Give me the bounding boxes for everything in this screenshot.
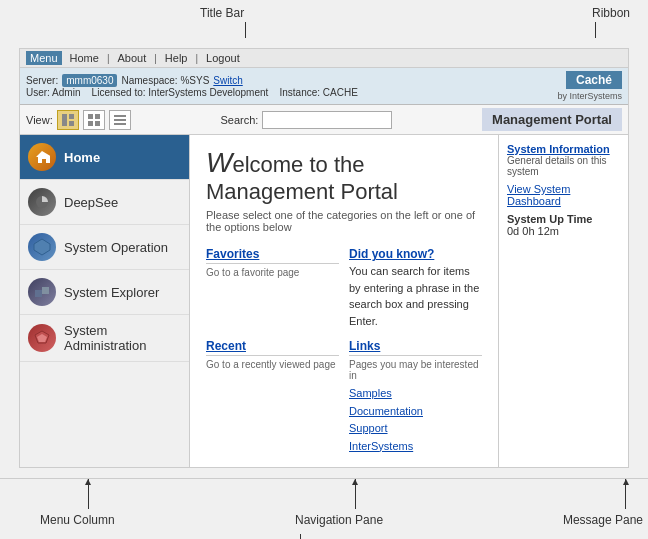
grid1-icon	[61, 113, 75, 127]
link-intersystems[interactable]: InterSystems	[349, 438, 482, 456]
welcome-rest: elcome to the Management Portal	[206, 152, 398, 204]
menu-item-home[interactable]: Home	[70, 52, 99, 64]
svg-rect-7	[114, 115, 126, 117]
menu-column: Home DeepSee System Operation	[20, 135, 190, 467]
svg-rect-0	[62, 114, 67, 126]
navigation-pane: Welcome to the Management Portal Please …	[190, 135, 498, 467]
system-info-desc: General details on this system	[507, 155, 620, 177]
server-info: Server: mmm0630 Namespace: %SYS Switch	[26, 74, 358, 87]
switch-link[interactable]: Switch	[213, 75, 242, 86]
svg-rect-3	[88, 114, 93, 119]
svg-rect-6	[95, 121, 100, 126]
svg-rect-1	[69, 114, 74, 119]
svg-rect-2	[69, 121, 74, 126]
by-intersystems-label: by InterSystems	[557, 91, 622, 101]
favorites-title[interactable]: Favorites	[206, 247, 339, 261]
svg-rect-12	[35, 290, 42, 297]
list-icon	[113, 113, 127, 127]
link-documentation[interactable]: Documentation	[349, 403, 482, 421]
sidebar-item-system-administration[interactable]: System Administration	[20, 315, 189, 362]
svg-marker-11	[34, 239, 50, 255]
svg-rect-5	[88, 121, 93, 126]
nav-arrowhead	[352, 479, 358, 485]
sidebar-home-label: Home	[64, 150, 100, 165]
menu-col-arrowhead	[85, 479, 91, 485]
view-dashboard-link[interactable]: View System Dashboard	[507, 183, 620, 207]
view-button-list[interactable]	[109, 110, 131, 130]
navigation-pane-annotation: Navigation Pane	[295, 513, 383, 527]
recent-desc: Go to a recently viewed page	[206, 355, 339, 370]
uptime-value: 0d 0h 12m	[507, 225, 620, 237]
sidebar-sysadmin-label: System Administration	[64, 323, 181, 353]
menu-item-logout[interactable]: Logout	[206, 52, 240, 64]
view-button-grid2[interactable]	[83, 110, 105, 130]
sidebar-item-home[interactable]: Home	[20, 135, 189, 180]
sidebar-item-system-operation[interactable]: System Operation	[20, 225, 189, 270]
sidebar-sysexplorer-label: System Explorer	[64, 285, 159, 300]
welcome-subtitle: Please select one of the categories on t…	[206, 209, 482, 233]
title-bar-info: Server: mmm0630 Namespace: %SYS Switch U…	[26, 74, 358, 98]
links-list: Samples Documentation Support InterSyste…	[349, 385, 482, 455]
search-input[interactable]	[262, 111, 392, 129]
did-you-know-text: You can search for items by entering a p…	[349, 263, 482, 329]
system-operation-icon	[28, 233, 56, 261]
deepsee-icon	[28, 188, 56, 216]
licensed-to: Licensed to: InterSystems Development	[92, 87, 269, 98]
menu-item-about[interactable]: About	[117, 52, 146, 64]
welcome-title: Welcome to the Management Portal	[206, 147, 482, 205]
recent-section: Recent Go to a recently viewed page	[206, 339, 339, 455]
svg-rect-4	[95, 114, 100, 119]
view-button-grid1[interactable]	[57, 110, 79, 130]
message-pane-annotation: Message Pane	[563, 513, 643, 527]
menu-item-help[interactable]: Help	[165, 52, 188, 64]
app-window: Menu Home | About | Help | Logout Server…	[19, 48, 629, 468]
link-samples[interactable]: Samples	[349, 385, 482, 403]
favorites-desc: Go to a favorite page	[206, 263, 339, 278]
links-desc: Pages you may be interested in	[349, 355, 482, 381]
links-section: Links Pages you may be interested in Sam…	[349, 339, 482, 455]
msg-arrowhead	[623, 479, 629, 485]
sidebar-item-deepsee[interactable]: DeepSee	[20, 180, 189, 225]
content-grid: Favorites Go to a favorite page Did you …	[206, 247, 482, 455]
title-bar-annotation-label: Title Bar	[200, 6, 244, 20]
search-section: Search:	[220, 111, 392, 129]
title-bar: Server: mmm0630 Namespace: %SYS Switch U…	[20, 68, 628, 105]
finder-arrow	[300, 534, 301, 539]
view-label: View:	[26, 114, 53, 126]
svg-rect-9	[114, 123, 126, 125]
system-info-title[interactable]: System Information	[507, 143, 620, 155]
menu-bar: Menu Home | About | Help | Logout	[20, 49, 628, 68]
favorites-section: Favorites Go to a favorite page	[206, 247, 339, 329]
user-licensed-info: User: Admin Licensed to: InterSystems De…	[26, 87, 358, 98]
server-label: Server:	[26, 75, 58, 86]
ribbon-arrow-line	[595, 22, 596, 38]
ribbon-annotation-label: Ribbon	[592, 6, 630, 20]
title-bar-right: Caché by InterSystems	[557, 71, 622, 101]
home-icon	[28, 143, 56, 171]
search-label: Search:	[220, 114, 258, 126]
system-explorer-icon	[28, 278, 56, 306]
menu-column-annotation: Menu Column	[40, 513, 115, 527]
view-section: View:	[26, 110, 131, 130]
namespace-label: Namespace: %SYS	[121, 75, 209, 86]
link-support[interactable]: Support	[349, 420, 482, 438]
svg-rect-8	[114, 119, 126, 121]
did-you-know-title: Did you know?	[349, 247, 482, 261]
user-label: User: Admin	[26, 87, 80, 98]
server-value: mmm0630	[62, 74, 117, 87]
sidebar-deepsee-label: DeepSee	[64, 195, 118, 210]
system-administration-icon	[28, 324, 56, 352]
toolbar: View:	[20, 105, 628, 135]
management-portal-label: Management Portal	[482, 108, 622, 131]
svg-rect-13	[42, 287, 49, 294]
recent-title[interactable]: Recent	[206, 339, 339, 353]
message-pane: System Information General details on th…	[498, 135, 628, 467]
sidebar-item-system-explorer[interactable]: System Explorer	[20, 270, 189, 315]
grid2-icon	[87, 113, 101, 127]
main-area: Home DeepSee System Operation	[20, 135, 628, 467]
cache-button[interactable]: Caché	[566, 71, 622, 89]
menu-item-menu[interactable]: Menu	[26, 51, 62, 65]
sidebar-sysop-label: System Operation	[64, 240, 168, 255]
title-arrow-line	[245, 22, 246, 38]
did-you-know-section: Did you know? You can search for items b…	[349, 247, 482, 329]
